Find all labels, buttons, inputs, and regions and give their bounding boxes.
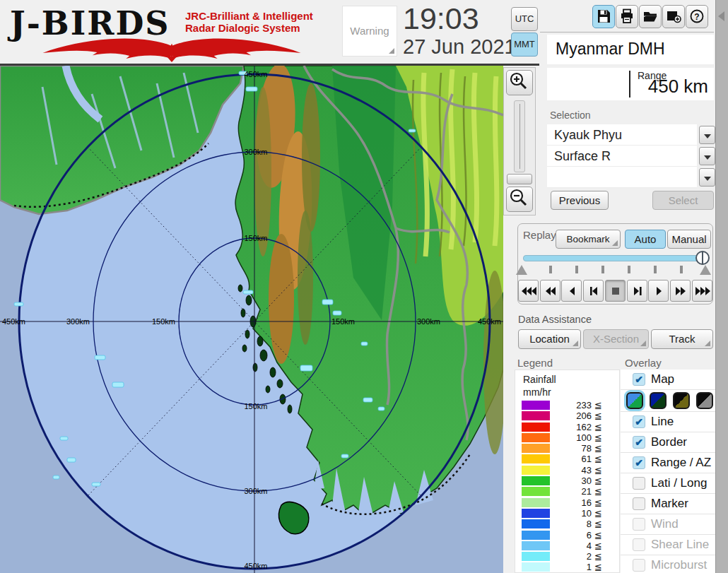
overlay-item-border[interactable]: ✔Border: [621, 432, 715, 453]
wind-checkbox[interactable]: [633, 518, 645, 531]
svg-text:150km: 150km: [331, 317, 355, 326]
location-expand-corner: [573, 341, 578, 346]
legend-color-swatch: [522, 552, 550, 561]
play-backward-button[interactable]: [561, 280, 582, 302]
x-section-button[interactable]: X-Section: [583, 329, 649, 349]
map-style-black-gray[interactable]: [696, 392, 713, 409]
legend-value: 6: [552, 530, 592, 540]
previous-button[interactable]: Previous: [551, 191, 609, 210]
range-az-checkbox[interactable]: ✔: [633, 456, 645, 469]
legend-operator: ≦: [594, 410, 602, 421]
legend-operator: ≦: [594, 475, 602, 486]
header-divider: [0, 64, 539, 66]
slider-end-marker[interactable]: [700, 265, 711, 275]
chevron-down-icon: [704, 177, 711, 181]
overlay-item-microburst[interactable]: Microburst: [621, 555, 715, 573]
overlay-item-shear-line[interactable]: Shear Line: [621, 535, 715, 555]
zoom-in-button[interactable]: [506, 70, 533, 95]
overlay-item-map[interactable]: ✔Map: [621, 370, 715, 390]
save-button[interactable]: [592, 5, 615, 28]
map-style-black-olive[interactable]: [673, 392, 690, 409]
lati-long-checkbox[interactable]: [633, 477, 645, 490]
slider-start-marker[interactable]: [516, 265, 527, 275]
timezone-utc-button[interactable]: UTC: [511, 7, 538, 31]
skip-backward-fast-icon: [519, 285, 539, 297]
microburst-checkbox[interactable]: [633, 559, 645, 572]
legend-value: 233: [552, 400, 592, 410]
open-folder-button[interactable]: [639, 5, 662, 28]
option-dropdown: [547, 167, 715, 188]
skip-backward-button[interactable]: [540, 280, 560, 302]
overlay-item-marker[interactable]: Marker: [621, 494, 715, 514]
bookmark-expand-corner: [612, 240, 618, 246]
j-birds-app: 450km 300km 150km 150km 300km 450km 450k…: [0, 0, 728, 573]
capture-add-button[interactable]: [662, 5, 685, 28]
print-button[interactable]: [616, 5, 638, 28]
svg-text:150km: 150km: [244, 402, 267, 410]
warning-label: Warning: [343, 25, 397, 37]
map-style-navy-green[interactable]: [650, 392, 667, 409]
legend-operator: ≦: [594, 551, 602, 562]
site-dropdown-button[interactable]: [699, 126, 715, 144]
svg-text:450km: 450km: [478, 317, 501, 326]
line-checkbox[interactable]: ✔: [633, 415, 645, 428]
overlay-item-wind[interactable]: Wind: [621, 514, 715, 535]
legend-row: 206≦: [515, 410, 619, 421]
bookmark-button[interactable]: Bookmark: [556, 230, 621, 249]
station-name-box: Myanmar DMH: [547, 35, 714, 64]
skip-forward-button[interactable]: [670, 280, 691, 302]
legend-operator: ≦: [594, 530, 602, 540]
warning-indicator[interactable]: Warning: [342, 6, 397, 57]
step-to-start-button[interactable]: [583, 280, 604, 302]
legend-row: 43≦: [515, 465, 619, 475]
border-checkbox[interactable]: ✔: [633, 436, 645, 449]
slider-tick: [680, 266, 683, 273]
track-button[interactable]: Track: [651, 329, 713, 349]
map-checkbox[interactable]: ✔: [633, 373, 645, 386]
zoom-slider-handle[interactable]: [507, 174, 532, 184]
legend-row: 4≦: [515, 540, 619, 551]
zoom-slider-track[interactable]: [514, 100, 525, 172]
map-style-blue-green[interactable]: [626, 392, 643, 409]
option-dropdown-value[interactable]: [547, 167, 697, 188]
overlay-item-line[interactable]: ✔Line: [621, 412, 715, 432]
svg-text:450km: 450km: [244, 70, 267, 78]
shear-line-checkbox[interactable]: [633, 538, 645, 551]
help-button[interactable]: ?: [686, 5, 708, 28]
manual-button[interactable]: Manual: [667, 230, 711, 249]
play-forward-button[interactable]: [648, 280, 669, 302]
legend-row: 61≦: [515, 454, 619, 464]
legend-value: 206: [552, 410, 592, 421]
timezone-mmt-button[interactable]: MMT: [511, 33, 538, 57]
zoom-out-button[interactable]: [506, 187, 533, 212]
overlay-item-label: Lati / Long: [651, 476, 707, 490]
step-to-start-icon: [585, 285, 604, 297]
radar-map[interactable]: 450km 300km 150km 150km 300km 450km 450k…: [0, 66, 503, 573]
overlay-item-lati-long[interactable]: Lati / Long: [621, 473, 715, 494]
legend-rows: 233≦206≦162≦100≦78≦61≦43≦30≦21≦16≦10≦8≦6…: [515, 400, 619, 573]
collapse-panel-icon[interactable]: [718, 11, 724, 21]
marker-checkbox[interactable]: [633, 497, 645, 510]
auto-button[interactable]: Auto: [625, 230, 666, 249]
replay-slider-track[interactable]: [523, 255, 708, 261]
legend-color-swatch: [522, 487, 550, 496]
location-button[interactable]: Location: [518, 329, 581, 349]
skip-backward-fast-button[interactable]: [518, 280, 539, 302]
overlay-item-range-az[interactable]: ✔Range / AZ: [621, 453, 715, 473]
skip-forward-fast-button[interactable]: [692, 280, 712, 302]
panel-splitter[interactable]: [715, 0, 728, 573]
select-button[interactable]: Select: [652, 191, 714, 210]
open-folder-icon: [642, 8, 658, 24]
site-dropdown-value[interactable]: Kyauk Phyu: [547, 124, 697, 146]
legend-color-swatch: [522, 531, 550, 540]
legend-panel: Rainfall mm/hr 233≦206≦162≦100≦78≦61≦43≦…: [515, 370, 620, 573]
replay-slider-handle[interactable]: [695, 251, 710, 265]
option-dropdown-button[interactable]: [699, 168, 715, 187]
stop-button[interactable]: [605, 280, 626, 302]
product-dropdown-button[interactable]: [699, 147, 715, 165]
step-to-end-button[interactable]: [627, 280, 647, 302]
overlay-item-label: Shear Line: [651, 538, 709, 552]
skip-forward-fast-icon: [693, 285, 712, 297]
legend-row: 6≦: [515, 530, 619, 540]
product-dropdown-value[interactable]: Surface R: [547, 146, 697, 167]
